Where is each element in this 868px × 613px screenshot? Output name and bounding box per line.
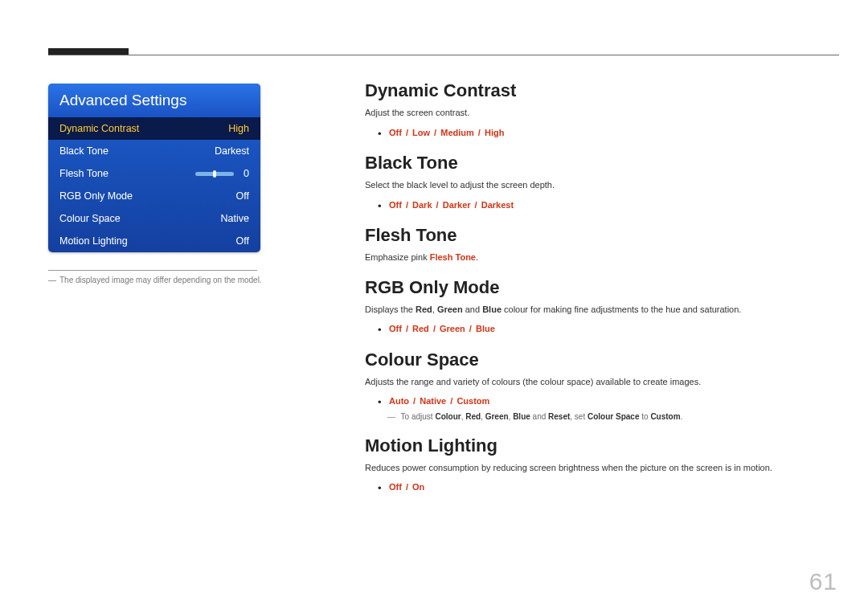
note-colour-space: ― To adjust Colour, Red, Green, Blue and… [387, 411, 836, 423]
desc-dynamic-contrast: Adjust the screen contrast. [365, 106, 836, 120]
osd-row-label: Dynamic Contrast [59, 123, 222, 134]
section-flesh-tone: Flesh Tone Emphasize pink Flesh Tone. [365, 225, 836, 264]
section-rgb-only-mode: RGB Only Mode Displays the Red, Green an… [365, 277, 836, 337]
osd-row-label: Black Tone [59, 145, 208, 157]
osd-row-colour-space[interactable]: Colour SpaceNative [48, 207, 260, 230]
osd-row-dynamic-contrast[interactable]: Dynamic ContrastHigh [48, 117, 260, 140]
section-colour-space: Colour Space Adjusts the range and varie… [365, 349, 836, 423]
heading-rgb-only-mode: RGB Only Mode [365, 277, 836, 298]
options-rgb-only-mode: Off / Red / Green / Blue [378, 322, 836, 337]
osd-row-value: Off [236, 190, 249, 202]
osd-row-value: High [228, 123, 249, 134]
osd-row-value: Darkest [215, 145, 249, 157]
page-number: 61 [809, 568, 837, 595]
osd-row-label: Colour Space [59, 213, 215, 224]
osd-row-label: Motion Lighting [59, 235, 230, 247]
desc-flesh-tone: Emphasize pink Flesh Tone. [365, 251, 836, 264]
osd-row-value: Off [236, 235, 249, 247]
osd-row-value: 0 [244, 168, 249, 179]
options-colour-space: Auto / Native / Custom [378, 394, 836, 409]
header-rule [48, 55, 839, 55]
heading-motion-lighting: Motion Lighting [365, 435, 836, 456]
section-motion-lighting: Motion Lighting Reduces power consumptio… [365, 435, 836, 495]
osd-row-motion-lighting[interactable]: Motion LightingOff [48, 230, 260, 252]
heading-colour-space: Colour Space [365, 349, 836, 370]
options-black-tone: Off / Dark / Darker / Darkest [378, 198, 836, 213]
osd-slider[interactable] [195, 172, 234, 176]
osd-slider-thumb [213, 170, 216, 178]
osd-panel: Advanced Settings Dynamic ContrastHighBl… [48, 84, 260, 252]
options-dynamic-contrast: Off / Low / Medium / High [378, 126, 836, 141]
desc-colour-space: Adjusts the range and variety of colours… [365, 375, 836, 389]
desc-motion-lighting: Reduces power consumption by reducing sc… [365, 461, 836, 475]
osd-row-black-tone[interactable]: Black ToneDarkest [48, 140, 260, 162]
section-black-tone: Black Tone Select the black level to adj… [365, 153, 836, 212]
osd-row-flesh-tone[interactable]: Flesh Tone0 [48, 162, 260, 185]
heading-flesh-tone: Flesh Tone [365, 225, 836, 246]
desc-rgb-only-mode: Displays the Red, Green and Blue colour … [365, 303, 836, 317]
osd-row-rgb-only-mode[interactable]: RGB Only ModeOff [48, 185, 260, 207]
heading-dynamic-contrast: Dynamic Contrast [365, 80, 836, 101]
osd-row-label: Flesh Tone [59, 168, 189, 179]
osd-title: Advanced Settings [48, 84, 260, 117]
options-motion-lighting: Off / On [378, 480, 836, 495]
desc-black-tone: Select the black level to adjust the scr… [365, 178, 836, 192]
section-dynamic-contrast: Dynamic Contrast Adjust the screen contr… [365, 80, 836, 140]
osd-row-label: RGB Only Mode [59, 190, 230, 202]
osd-row-value: Native [221, 213, 249, 224]
left-footnote: ―The displayed image may differ dependin… [48, 276, 313, 284]
header-tab [48, 48, 129, 55]
heading-black-tone: Black Tone [365, 153, 836, 174]
footnote-rule [48, 270, 257, 271]
